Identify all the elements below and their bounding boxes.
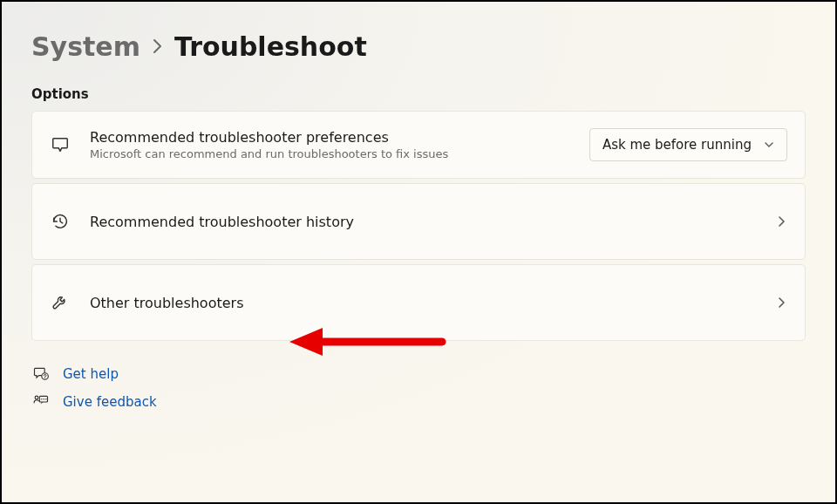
- feedback-icon: [31, 393, 51, 411]
- svg-point-2: [35, 396, 38, 399]
- card-troubleshooter-preferences[interactable]: Recommended troubleshooter preferences M…: [31, 111, 806, 179]
- svg-point-5: [44, 398, 44, 400]
- card-troubleshooter-history[interactable]: Recommended troubleshooter history: [31, 183, 806, 260]
- chevron-right-icon: [775, 215, 787, 228]
- card-title: Recommended troubleshooter preferences: [90, 129, 570, 146]
- svg-point-4: [41, 398, 43, 400]
- link-label: Get help: [63, 366, 119, 382]
- help-icon: [31, 365, 51, 383]
- link-give-feedback[interactable]: Give feedback: [31, 393, 806, 411]
- chevron-right-icon: [775, 296, 787, 309]
- history-icon: [50, 212, 71, 231]
- dropdown-value: Ask me before running: [602, 137, 752, 153]
- section-label-options: Options: [31, 86, 806, 102]
- chevron-down-icon: [764, 140, 774, 150]
- breadcrumb: System Troubleshoot: [31, 31, 806, 62]
- page-title: Troubleshoot: [174, 31, 367, 62]
- wrench-icon: [50, 293, 71, 312]
- svg-point-6: [45, 398, 46, 400]
- link-get-help[interactable]: Get help: [31, 365, 806, 383]
- card-title: Other troubleshooters: [90, 295, 756, 311]
- card-subtitle: Microsoft can recommend and run troubles…: [90, 147, 570, 160]
- breadcrumb-parent[interactable]: System: [31, 31, 140, 62]
- speech-bubble-icon: [50, 135, 71, 154]
- card-other-troubleshooters[interactable]: Other troubleshooters: [31, 264, 806, 341]
- chevron-right-icon: [153, 37, 162, 58]
- card-title: Recommended troubleshooter history: [90, 214, 756, 230]
- svg-point-1: [44, 378, 45, 378]
- link-label: Give feedback: [63, 394, 157, 410]
- preferences-dropdown[interactable]: Ask me before running: [589, 128, 787, 161]
